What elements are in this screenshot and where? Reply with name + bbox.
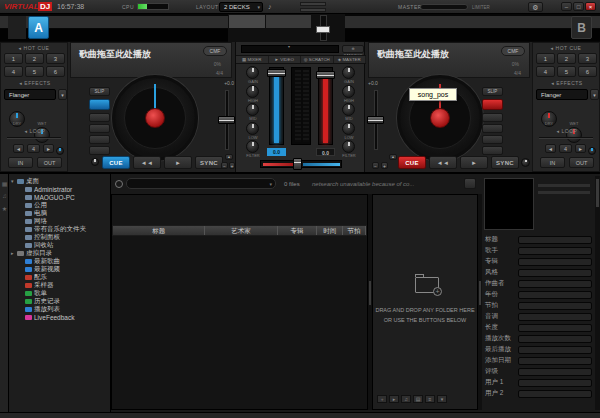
close-button[interactable]: × [585, 2, 596, 11]
collapse-icon[interactable]: ◂ [19, 80, 22, 86]
hotcue-button[interactable]: 6 [46, 66, 65, 77]
deck-b-active-slot-button[interactable] [482, 99, 503, 110]
deck-a-bend-minus-button[interactable]: − [221, 162, 228, 169]
column-header[interactable]: 时间 [317, 226, 343, 235]
deck-a-loop-in-button[interactable]: IN [8, 157, 33, 168]
deck-b-bend-plus-button[interactable]: + [381, 162, 388, 169]
deck-a-slip-button[interactable]: SLIP [89, 87, 110, 96]
deck-b-cue-button[interactable]: CUE [398, 156, 426, 169]
deck-a-slot-button-1[interactable] [89, 113, 110, 122]
column-header[interactable]: 艺术家 [205, 226, 277, 235]
info-field-value[interactable] [518, 269, 592, 277]
deck-b-slot-button-2[interactable] [482, 124, 503, 133]
mixer-tab[interactable]: ◎ SCRATCH [301, 56, 334, 63]
deck-a-play-button[interactable]: ► [164, 156, 192, 169]
mixer-tab[interactable]: ▦ MIXER [236, 56, 269, 63]
deck-b-slip-button[interactable]: SLIP [482, 87, 503, 96]
deck-b-slot-button-4[interactable] [482, 146, 503, 155]
info-field-value[interactable] [518, 236, 592, 244]
tree-item[interactable]: 播放列表 [11, 305, 110, 313]
mixer-knob[interactable] [246, 103, 259, 116]
collapse-icon[interactable]: ◂ [557, 128, 560, 134]
tree-item[interactable]: 采样器 [11, 281, 110, 289]
search-input[interactable]: ▾ [126, 178, 276, 189]
mixer-tab[interactable]: ► VIDEO [269, 56, 302, 63]
deck-a-loop-slider[interactable] [7, 137, 61, 139]
mixer-knob[interactable] [342, 103, 355, 116]
tree-item[interactable]: LiveFeedback [11, 313, 110, 321]
tree-item[interactable]: Administrator [11, 185, 110, 193]
deck-a-slot-button-4[interactable] [89, 146, 110, 155]
info-field-value[interactable] [518, 346, 592, 354]
deck-b-slot-button-1[interactable] [482, 113, 503, 122]
tree-item[interactable]: 歌单 [11, 289, 110, 297]
deck-a-bend-top-button[interactable]: ▲ [225, 154, 233, 160]
info-field-value[interactable] [518, 324, 592, 332]
deck-a-slot-button-2[interactable] [89, 124, 110, 133]
collapse-icon[interactable]: ◂ [25, 128, 28, 134]
tree-item[interactable]: MAOGUO-PC [11, 193, 110, 201]
deck-b-effect-select[interactable]: Flanger [536, 89, 588, 100]
info-field-value[interactable] [518, 335, 592, 343]
mixer-knob[interactable] [342, 85, 355, 98]
deck-b-slot-button-3[interactable] [482, 135, 503, 144]
deck-a-stutter-button[interactable]: ◄◄ [133, 156, 161, 169]
hotcue-button[interactable]: 4 [4, 66, 23, 77]
deck-a-effect-select[interactable]: Flanger [4, 89, 56, 100]
column-header[interactable]: 标题 [113, 226, 205, 235]
info-field-value[interactable] [518, 302, 592, 310]
hotcue-button[interactable]: 6 [578, 66, 597, 77]
deck-b-pitch-slider[interactable] [367, 116, 384, 124]
info-field-value[interactable] [518, 390, 592, 398]
deck-a-loop-double-button[interactable]: ► [43, 144, 54, 153]
minimize-button[interactable]: – [561, 2, 572, 11]
column-header[interactable]: 节拍 [343, 226, 366, 235]
collapse-icon[interactable]: ◂ [551, 80, 554, 86]
mixer-knob[interactable] [246, 85, 259, 98]
deck-a-loop-size[interactable]: 4 [27, 144, 40, 153]
mixer-tab[interactable]: ◈ MASTER [334, 56, 367, 63]
settings-button[interactable]: ⚙ [528, 2, 543, 12]
tree-item[interactable]: 带有音乐的文件夹 [11, 225, 110, 233]
deck-a-sync-button[interactable]: SYNC [195, 156, 223, 169]
deck-b-key-knob[interactable] [521, 158, 530, 167]
tree-item[interactable]: 最新视频 [11, 265, 110, 273]
tree-item[interactable]: 配乐 [11, 273, 110, 281]
track-table-body[interactable] [112, 236, 367, 409]
hotcue-button[interactable]: 2 [557, 53, 576, 64]
info-field-value[interactable] [518, 291, 592, 299]
sidebar-scrollbar[interactable] [595, 176, 600, 410]
collapse-icon[interactable]: ◂ [551, 45, 554, 51]
deck-b-loop-double-button[interactable]: ► [575, 144, 586, 153]
hotcue-button[interactable]: 5 [25, 66, 44, 77]
deck-a-key-knob[interactable] [91, 158, 99, 166]
channel-a-fader-handle[interactable] [267, 69, 286, 77]
deck-a-loop-half-button[interactable]: ◄ [13, 144, 24, 153]
deck-a-active-slot-button[interactable] [89, 99, 110, 110]
deck-a-cue-button[interactable]: CUE [102, 156, 130, 169]
collapse-icon[interactable]: ◂ [19, 45, 22, 51]
speaker-icon[interactable]: ♪ [268, 3, 272, 10]
deck-a-pitch-slider[interactable] [218, 116, 235, 124]
deck-b-loop-in-button[interactable]: IN [540, 157, 565, 168]
info-field-value[interactable] [518, 379, 592, 387]
dropzone-button[interactable]: ♫ [401, 395, 411, 403]
mixer-knob[interactable] [246, 66, 259, 79]
side-strip-icon[interactable]: ♫ [0, 193, 9, 199]
dropzone-button[interactable]: ▸ [389, 395, 399, 403]
deck-b-loop-half-button[interactable]: ◄ [545, 144, 556, 153]
deck-a-jog-wheel[interactable] [112, 75, 198, 161]
deck-b-stutter-button[interactable]: ◄◄ [429, 156, 457, 169]
tree-item[interactable]: 历史记录 [11, 297, 110, 305]
crossfader-handle[interactable] [293, 158, 302, 170]
tree-item[interactable]: 控制面板 [11, 233, 110, 241]
deck-b-bend-minus-button[interactable]: − [372, 162, 379, 169]
header-volume-handle[interactable] [316, 26, 330, 33]
info-field-value[interactable] [518, 258, 592, 266]
layout-toggle-bottom[interactable] [300, 8, 326, 12]
dropzone-button[interactable]: ▾ [437, 395, 447, 403]
column-header[interactable]: 专辑 [278, 226, 318, 235]
layout-dropdown[interactable]: 2 DECKS ▾ [219, 2, 263, 12]
tree-item[interactable]: 最新歌曲 [11, 257, 110, 265]
mixer-knob[interactable] [246, 122, 259, 135]
